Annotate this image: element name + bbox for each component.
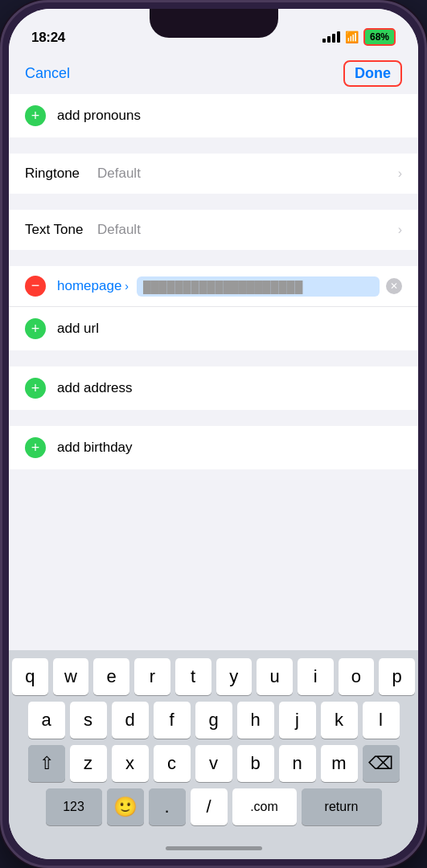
birthday-section: + add birthday (9, 426, 418, 469)
add-address-icon: + (25, 378, 46, 399)
keyboard-row-4: 123 🙂 . / .com return (12, 788, 415, 825)
text-tone-chevron: › (398, 223, 402, 237)
add-address-row[interactable]: + add address (9, 366, 418, 410)
homepage-label: homepage (57, 278, 121, 294)
bottom-bar (9, 837, 418, 859)
pronouns-section: + add pronouns (9, 94, 418, 137)
keyboard: q w e r t y u i o p a s d f g h j k (9, 650, 418, 837)
key-r[interactable]: r (134, 658, 170, 695)
signal-bars (322, 31, 340, 43)
add-url-icon: + (25, 318, 46, 339)
key-a[interactable]: a (28, 702, 65, 739)
add-address-label: add address (57, 380, 402, 396)
phone-frame: 18:24 📶 68% Cancel Done (0, 0, 427, 868)
key-q[interactable]: q (12, 658, 48, 695)
phone-screen: 18:24 📶 68% Cancel Done (9, 9, 418, 859)
text-tone-section: Text Tone Default › (9, 210, 418, 250)
text-tone-value: Default (97, 222, 392, 238)
status-time: 18:24 (31, 30, 65, 46)
key-s[interactable]: s (70, 702, 107, 739)
gap-1 (9, 137, 418, 154)
key-j[interactable]: j (279, 702, 316, 739)
keyboard-row-3: ⇧ z x c v b n m ⌫ (12, 745, 415, 782)
add-birthday-icon: + (25, 437, 46, 458)
key-f[interactable]: f (154, 702, 191, 739)
add-birthday-label: add birthday (57, 440, 402, 456)
content-area: + add pronouns Ringtone Default › Text T… (9, 94, 418, 650)
slash-key[interactable]: / (191, 788, 228, 825)
ringtone-value: Default (97, 166, 392, 182)
key-h[interactable]: h (237, 702, 274, 739)
key-u[interactable]: u (257, 658, 293, 695)
ringtone-chevron: › (398, 166, 402, 181)
key-m[interactable]: m (321, 745, 358, 782)
signal-bar-3 (332, 34, 335, 43)
signal-bar-1 (322, 39, 326, 43)
key-p[interactable]: p (379, 658, 415, 695)
url-input[interactable]: ████████████████████ (137, 276, 380, 297)
remove-homepage-icon[interactable]: − (25, 276, 46, 297)
key-i[interactable]: i (298, 658, 334, 695)
add-pronouns-label: add pronouns (57, 108, 402, 124)
add-pronouns-row[interactable]: + add pronouns (9, 94, 418, 137)
url-section: − homepage › ████████████████████ ✕ + a (9, 266, 418, 350)
key-v[interactable]: v (195, 745, 232, 782)
key-d[interactable]: d (112, 702, 149, 739)
shift-key[interactable]: ⇧ (28, 745, 65, 782)
battery-badge: 68% (363, 28, 396, 46)
ringtone-section: Ringtone Default › (9, 154, 418, 194)
add-url-row[interactable]: + add url (9, 307, 418, 350)
url-clear-button[interactable]: ✕ (386, 278, 402, 294)
status-icons: 📶 68% (322, 28, 396, 46)
key-t[interactable]: t (175, 658, 211, 695)
key-n[interactable]: n (279, 745, 316, 782)
add-pronouns-icon: + (25, 105, 46, 126)
homepage-row[interactable]: − homepage › ████████████████████ ✕ (9, 266, 418, 307)
signal-bar-4 (337, 31, 340, 43)
key-x[interactable]: x (112, 745, 149, 782)
status-bar: 18:24 📶 68% (9, 9, 418, 52)
text-tone-row[interactable]: Text Tone Default › (9, 210, 418, 250)
key-k[interactable]: k (321, 702, 358, 739)
home-indicator (166, 846, 262, 850)
text-tone-label: Text Tone (25, 222, 97, 238)
add-birthday-row[interactable]: + add birthday (9, 426, 418, 469)
keyboard-row-1: q w e r t y u i o p (12, 658, 415, 695)
done-button[interactable]: Done (343, 60, 402, 87)
homepage-arrow: › (125, 280, 129, 293)
keyboard-row-2: a s d f g h j k l (12, 702, 415, 739)
key-l[interactable]: l (363, 702, 400, 739)
key-g[interactable]: g (195, 702, 232, 739)
return-key[interactable]: return (302, 788, 382, 825)
address-section: + add address (9, 366, 418, 410)
gap-4 (9, 350, 418, 366)
cancel-button[interactable]: Cancel (25, 65, 70, 82)
key-z[interactable]: z (70, 745, 107, 782)
key-e[interactable]: e (93, 658, 129, 695)
nav-bar: Cancel Done (9, 52, 418, 94)
numbers-key[interactable]: 123 (46, 788, 102, 825)
dot-key[interactable]: . (149, 788, 186, 825)
notch (150, 9, 278, 38)
key-o[interactable]: o (339, 658, 375, 695)
key-y[interactable]: y (216, 658, 253, 695)
backspace-key[interactable]: ⌫ (363, 745, 400, 782)
ringtone-label: Ringtone (25, 166, 97, 182)
gap-3 (9, 250, 418, 266)
gap-2 (9, 194, 418, 210)
signal-bar-2 (327, 36, 331, 43)
key-w[interactable]: w (53, 658, 89, 695)
wifi-icon: 📶 (345, 31, 359, 43)
key-b[interactable]: b (237, 745, 274, 782)
ringtone-row[interactable]: Ringtone Default › (9, 154, 418, 194)
gap-5 (9, 410, 418, 426)
key-c[interactable]: c (154, 745, 191, 782)
emoji-key[interactable]: 🙂 (107, 788, 144, 825)
dotcom-key[interactable]: .com (232, 788, 297, 825)
add-url-label: add url (57, 321, 402, 337)
